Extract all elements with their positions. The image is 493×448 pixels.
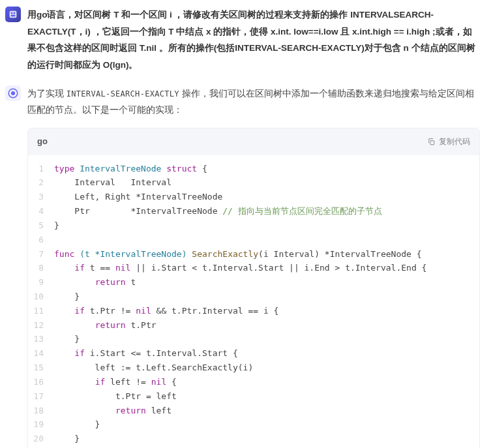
line-number: 20 <box>28 432 54 446</box>
line-content: if i.Start <= t.Interval.Start { <box>54 346 479 361</box>
line-number: 5 <box>28 218 54 233</box>
code-line: 17 t.Ptr = left <box>28 389 479 404</box>
code-line: 20 } <box>28 432 479 446</box>
code-line: 18 return left <box>28 404 479 418</box>
code-line: 5} <box>28 218 479 233</box>
code-line: 4 Ptr *IntervalTreeNode // 指向与当前节点区间完全匹配… <box>28 204 479 218</box>
svg-rect-6 <box>430 141 434 145</box>
code-line: 13 } <box>28 332 479 346</box>
line-number: 11 <box>28 304 54 318</box>
line-content: if t.Ptr != nil && t.Ptr.Interval == i { <box>54 304 479 318</box>
svg-rect-1 <box>11 12 13 14</box>
code-header: go 复制代码 <box>28 128 479 155</box>
ai-intro-code-term: INTERVAL-SEARCH-EXACTLY <box>67 89 179 98</box>
ai-message-content: 为了实现 INTERVAL-SEARCH-EXACTLY 操作，我们可以在区间树… <box>27 85 493 448</box>
line-content: if left != nil { <box>54 375 479 389</box>
line-number: 19 <box>28 417 54 432</box>
line-content: if t == nil || i.Start < t.Interval.Star… <box>54 261 479 275</box>
line-number: 13 <box>28 332 54 346</box>
ai-avatar-icon <box>7 87 19 99</box>
copy-code-label: 复制代码 <box>439 134 470 149</box>
line-content <box>54 233 479 247</box>
line-content: t.Ptr = left <box>54 389 479 404</box>
line-number: 17 <box>28 389 54 404</box>
line-content: } <box>54 332 479 346</box>
line-content: } <box>54 417 479 432</box>
user-message-text: 用go语言，对区间树 T 和一个区间 i ，请修改有关区间树的过程来支持新的操作… <box>27 7 493 74</box>
ai-message-row: 为了实现 INTERVAL-SEARCH-EXACTLY 操作，我们可以在区间树… <box>5 85 493 448</box>
line-number: 14 <box>28 346 54 361</box>
line-content: return t.Ptr <box>54 318 479 333</box>
user-message-row: 用go语言，对区间树 T 和一个区间 i ，请修改有关区间树的过程来支持新的操作… <box>5 7 493 74</box>
code-line: 9 return t <box>28 275 479 290</box>
code-line: 2 Interval Interval <box>28 175 479 190</box>
line-content: left := t.Left.SearchExactly(i) <box>54 361 479 375</box>
line-content: return t <box>54 275 479 290</box>
line-content: func (t *IntervalTreeNode) SearchExactly… <box>54 247 479 261</box>
line-number: 9 <box>28 275 54 290</box>
code-line: 11 if t.Ptr != nil && t.Ptr.Interval == … <box>28 304 479 318</box>
code-block: go 复制代码 1type IntervalTreeNode struct {2… <box>27 128 480 448</box>
line-content: } <box>54 290 479 304</box>
line-number: 8 <box>28 261 54 275</box>
line-content: } <box>54 218 479 233</box>
svg-rect-3 <box>11 15 16 17</box>
svg-rect-0 <box>10 11 17 18</box>
copy-code-button[interactable]: 复制代码 <box>427 134 470 149</box>
code-line: 14 if i.Start <= t.Interval.Start { <box>28 346 479 361</box>
line-number: 4 <box>28 204 54 218</box>
line-number: 18 <box>28 404 54 418</box>
svg-point-5 <box>11 91 15 95</box>
line-number: 15 <box>28 361 54 375</box>
line-content: type IntervalTreeNode struct { <box>54 162 479 176</box>
line-number: 1 <box>28 162 54 176</box>
code-line: 8 if t == nil || i.Start < t.Interval.St… <box>28 261 479 275</box>
line-number: 3 <box>28 190 54 204</box>
ai-avatar <box>5 85 21 101</box>
code-line: 15 left := t.Left.SearchExactly(i) <box>28 361 479 375</box>
code-body[interactable]: 1type IntervalTreeNode struct {2 Interva… <box>28 155 479 448</box>
code-language-label: go <box>37 134 48 150</box>
code-line: 16 if left != nil { <box>28 375 479 389</box>
line-content: return left <box>54 404 479 418</box>
line-content: Left, Right *IntervalTreeNode <box>54 190 479 204</box>
code-line: 3 Left, Right *IntervalTreeNode <box>28 190 479 204</box>
line-content: Interval Interval <box>54 175 479 190</box>
code-line: 10 } <box>28 290 479 304</box>
line-number: 6 <box>28 233 54 247</box>
line-number: 7 <box>28 247 54 261</box>
user-avatar-icon <box>8 9 18 20</box>
code-line: 6 <box>28 233 479 247</box>
ai-intro-prefix: 为了实现 <box>27 89 67 98</box>
code-line: 7func (t *IntervalTreeNode) SearchExactl… <box>28 247 479 261</box>
code-line: 1type IntervalTreeNode struct { <box>28 162 479 176</box>
user-avatar <box>5 7 21 22</box>
line-content: Ptr *IntervalTreeNode // 指向与当前节点区间完全匹配的子… <box>54 204 479 218</box>
copy-icon <box>427 138 436 146</box>
line-number: 10 <box>28 290 54 304</box>
line-number: 16 <box>28 375 54 389</box>
line-number: 12 <box>28 318 54 333</box>
svg-rect-2 <box>14 12 16 14</box>
code-line: 12 return t.Ptr <box>28 318 479 333</box>
code-line: 19 } <box>28 417 479 432</box>
line-number: 2 <box>28 175 54 190</box>
line-content: } <box>54 432 479 446</box>
